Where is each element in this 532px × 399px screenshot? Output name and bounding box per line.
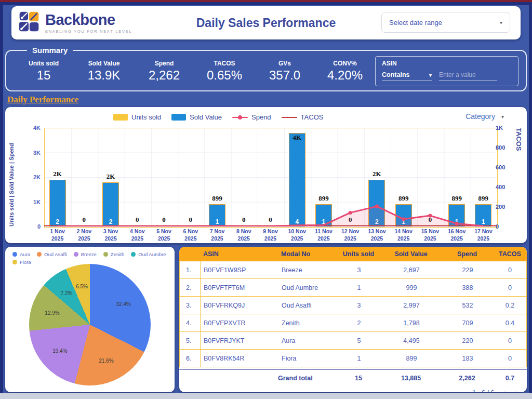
table-row[interactable]: 2.B0FVFTFT6MOud Aumbre19993880 (180, 279, 526, 297)
logo-tagline: ENABLING YOU FOR NEXT LEVEL (45, 29, 132, 34)
pie-slice-label: 6.5% (76, 283, 88, 289)
legend-item[interactable]: TACOS (282, 113, 324, 121)
table-row[interactable]: 3.B0FVFRKQ9JOud Asaffi32,9975320.2 (180, 297, 526, 314)
legend-dot-icon (74, 252, 78, 257)
legend-dot-icon (37, 252, 42, 257)
summary-metric: CONV%4.20% (315, 60, 375, 83)
chart-column: 0 (231, 128, 257, 227)
chart-column: 0 (337, 128, 364, 227)
table-row[interactable]: 5.B0FVFRJYKTAura54,4952200 (180, 332, 526, 350)
x-axis-label: 3 Nov2025 (97, 228, 124, 242)
x-axis-label: 6 Nov2025 (177, 228, 204, 242)
summary-metrics: Units sold15Sold Value13.9KSpend2,262TAC… (14, 60, 375, 83)
x-axis-label: 5 Nov2025 (151, 228, 177, 242)
asin-operator-value: Contains (382, 71, 409, 78)
pie-slice-label: 12.9% (45, 310, 59, 316)
column-header[interactable]: Modal No (278, 250, 336, 258)
chart-column: 0 (71, 128, 97, 227)
column-header[interactable]: Sold Value (381, 250, 441, 258)
table-row[interactable]: 1.B0FVF1W9SPBreeze32,6972290 (180, 261, 526, 279)
asin-table-card: ASINModal NoUnits soldSold ValueSpendTAC… (179, 247, 527, 392)
pie-chart: 32.4%21.6%19.4%12.9%7.2%6.5% (29, 264, 151, 385)
pie-legend-item[interactable]: Zenith (103, 251, 124, 257)
legend-item[interactable]: Spend (232, 113, 271, 121)
sold-value-bar[interactable] (289, 133, 305, 227)
chart-legend: Units soldSold ValueSpendTACOS (113, 113, 323, 121)
x-axis-label: 2 Nov2025 (71, 228, 97, 242)
chart-column: 4K4 (284, 128, 310, 227)
chevron-down-icon: ▾ (501, 114, 504, 119)
column-header[interactable]: ASIN (200, 250, 278, 258)
chart-column: 0 (124, 128, 151, 227)
table-row[interactable]: 6.B0FV8RK54RFiora18991830 (180, 350, 526, 367)
asin-filter-label: ASIN (382, 60, 512, 67)
summary-legend: Summary (27, 46, 73, 55)
x-axis-label: 15 Nov2025 (417, 228, 443, 242)
x-axis-label: 4 Nov2025 (124, 228, 151, 242)
summary-metric: Units sold15 (14, 60, 74, 83)
legend-dot-icon (131, 252, 136, 257)
legend-line-icon (282, 115, 297, 119)
category-dropdown[interactable]: Category ▾ (466, 112, 504, 121)
x-axis-label: 11 Nov2025 (310, 228, 337, 242)
pie-legend: AuraOud AsaffiBreezeZenithOud AumbreFior… (5, 247, 175, 265)
chart-column: 8991 (444, 128, 470, 227)
summary-metric: Spend2,262 (134, 60, 194, 83)
summary-metric: GVs357.0 (255, 60, 315, 83)
pie-legend-item[interactable]: Oud Aumbre (131, 251, 166, 257)
legend-dot-icon (12, 252, 17, 257)
asin-value-input[interactable] (439, 71, 497, 81)
prev-page-icon[interactable]: ‹ (502, 388, 506, 392)
chart-column: 0 (177, 128, 204, 227)
pie-legend-item[interactable]: Breeze (74, 251, 97, 257)
x-axis-label: 17 Nov2025 (470, 228, 497, 242)
top-accent-strip (0, 0, 532, 2)
bottom-strip (0, 393, 532, 399)
column-header[interactable]: TACOS (493, 250, 527, 258)
x-axis-label: 10 Nov2025 (284, 228, 310, 242)
summary-metric: Sold Value13.9K (74, 60, 134, 83)
chart-column: 8991 (310, 128, 337, 227)
logo-wordmark: Backbone (45, 12, 132, 28)
pie-legend-item[interactable]: Fiora (12, 259, 31, 265)
table-body: 1.B0FVF1W9SPBreeze32,69722902.B0FVFTFT6M… (179, 261, 527, 367)
chart-column: 8991 (470, 128, 497, 227)
pie-legend-item[interactable]: Aura (12, 251, 30, 257)
x-axis-label: 1 Nov2025 (44, 228, 71, 242)
dashboard-frame: Backbone ENABLING YOU FOR NEXT LEVEL Dai… (0, 0, 532, 399)
x-axis-label: 14 Nov2025 (390, 228, 417, 242)
chart-column: 0 (257, 128, 284, 227)
date-range-select[interactable]: Select date range ▾ (381, 12, 510, 33)
legend-item[interactable]: Units sold (113, 113, 161, 121)
column-header[interactable]: Spend (441, 250, 493, 258)
left-axis-title: Units sold | Sold Value | Spend (8, 128, 15, 227)
legend-item[interactable]: Sold Value (171, 113, 222, 121)
table-row[interactable]: 4.B0FVFPXVTRZenith21,7987090.4 (180, 314, 526, 332)
pie-graphic (29, 264, 151, 385)
chart-column: 0 (151, 128, 177, 227)
asin-filter: ASIN Contains ▾ (375, 56, 518, 86)
page-title: Daily Sales Performance (196, 16, 336, 30)
pie-legend-item[interactable]: Oud Asaffi (37, 251, 67, 257)
summary-box: Summary Units sold15Sold Value13.9KSpend… (5, 46, 527, 91)
summary-section: Summary Units sold15Sold Value13.9KSpend… (5, 46, 527, 91)
pie-chart-card: AuraOud AsaffiBreezeZenithOud AumbreFior… (5, 247, 175, 392)
legend-dot-icon (103, 252, 108, 257)
daily-performance-heading: Daily Performance (7, 95, 78, 105)
legend-dot-icon (12, 260, 17, 264)
chevron-down-icon: ▾ (500, 20, 502, 25)
table-pagination: 1 - 6 / 6 ‹ › (179, 387, 527, 392)
right-axis-title: TACOS (515, 128, 523, 227)
column-header[interactable]: Units sold (336, 250, 381, 258)
logo: Backbone ENABLING YOU FOR NEXT LEVEL (11, 10, 132, 35)
x-axis-label: 13 Nov2025 (364, 228, 390, 242)
x-axis-label: 16 Nov2025 (444, 228, 470, 242)
asin-operator-select[interactable]: Contains ▾ (382, 71, 432, 81)
grand-total-row: Grand total1513,8852,2620.7 (179, 369, 527, 387)
table-header-row: ASINModal NoUnits soldSold ValueSpendTAC… (179, 247, 527, 261)
pie-slice-label: 7.2% (61, 290, 73, 296)
dashboard-content: Backbone ENABLING YOU FOR NEXT LEVEL Dai… (3, 5, 529, 399)
chart-column: 0 (417, 128, 443, 227)
chart-column: 2K2 (97, 128, 124, 227)
next-page-icon[interactable]: › (514, 388, 517, 392)
